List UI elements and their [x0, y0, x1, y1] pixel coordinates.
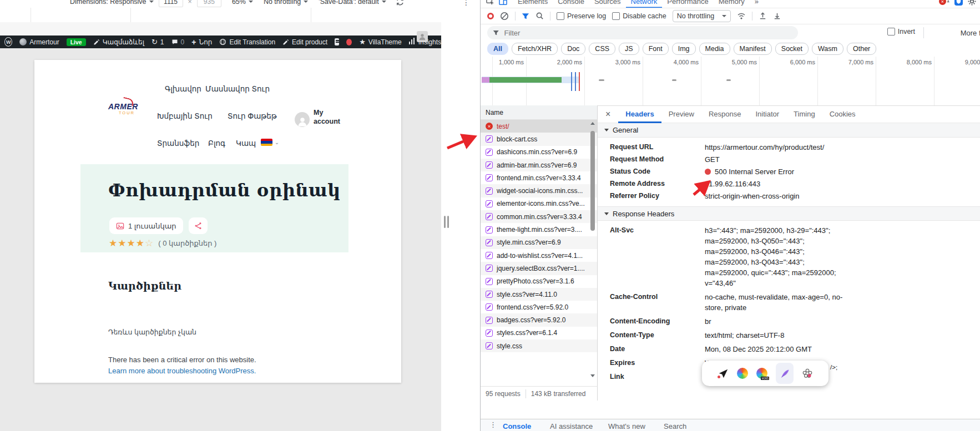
request-row[interactable]: elementor-icons.min.css?ve... — [481, 197, 597, 210]
dimensions-dropdown[interactable]: Dimensions: Responsive — [70, 0, 154, 6]
general-section-header[interactable]: General — [598, 123, 980, 138]
photos-badge[interactable]: 1 լուսանկար — [109, 217, 183, 234]
nav-group-tour[interactable]: Խմբային Տուր — [157, 111, 213, 120]
wordpress-logo-icon[interactable]: W — [4, 37, 12, 47]
search-icon[interactable] — [536, 12, 544, 20]
scroll-up-icon[interactable] — [590, 122, 595, 125]
troubleshooting-link[interactable]: Learn more about troubleshooting WordPre… — [108, 367, 256, 375]
drawer-tab-console[interactable]: Console — [503, 422, 531, 430]
nav-tour-package[interactable]: Տուր Փաթեթ — [228, 111, 277, 120]
throttling-select[interactable]: No throttling — [673, 10, 731, 22]
admin-bar-updates[interactable]: ↻ 1 — [151, 38, 164, 46]
tab-memory[interactable]: Memory — [714, 0, 750, 8]
request-row[interactable]: block-cart.css — [481, 133, 597, 145]
more-tabs-chevron[interactable]: » — [750, 0, 764, 8]
export-har-icon[interactable] — [773, 12, 781, 20]
requests-table-header[interactable]: Name — [481, 105, 598, 120]
more-filters-button[interactable]: More filters — [961, 29, 980, 37]
settings-gear-icon[interactable] — [968, 0, 976, 6]
request-row[interactable]: style.css — [481, 339, 597, 352]
nav-contact[interactable]: Կապ — [236, 139, 256, 148]
request-row[interactable]: frontend.min.css?ver=3.33.4 — [481, 171, 597, 184]
chip-font[interactable]: Font — [643, 43, 669, 55]
zoom-dropdown[interactable]: 65% — [232, 0, 253, 6]
chip-css[interactable]: CSS — [589, 43, 615, 55]
drawer-tab-search[interactable]: Search — [664, 422, 686, 430]
chip-fetch-xhr[interactable]: Fetch/XHR — [512, 43, 558, 55]
request-row[interactable]: styles.css?ver=6.1.4 — [481, 327, 597, 339]
splitter-grip-icon[interactable] — [444, 216, 446, 228]
copilot-m365-icon[interactable]: M365 — [756, 368, 767, 379]
requests-scrollbar[interactable] — [589, 120, 596, 386]
account-avatar[interactable] — [295, 112, 310, 127]
tab-timing[interactable]: Timing — [786, 105, 822, 123]
admin-bar-customize[interactable]: Կազմաձևել — [93, 38, 144, 46]
drawer-menu-icon[interactable]: ⋮ — [489, 421, 497, 428]
request-row[interactable]: common.min.css?ver=3.33.4 — [481, 210, 597, 223]
scroll-down-icon[interactable] — [590, 374, 595, 377]
request-row[interactable]: theme-light.min.css?ver=3.... — [481, 223, 597, 236]
preserve-log-checkbox[interactable]: Preserve log — [557, 12, 606, 20]
chip-doc[interactable]: Doc — [561, 43, 585, 55]
record-network-log-icon[interactable] — [487, 13, 494, 19]
request-row[interactable]: prettyPhoto.css?ver=3.1.6 — [481, 275, 597, 288]
device-toolbar-menu-icon[interactable]: ⋮ — [462, 0, 470, 6]
chip-all[interactable]: All — [487, 43, 508, 55]
copilot-icon[interactable] — [737, 368, 748, 379]
throttling-dropdown[interactable]: No throttling — [264, 0, 308, 6]
close-icon[interactable]: × — [605, 109, 610, 119]
scrollbar-thumb[interactable] — [590, 131, 595, 231]
my-account-link[interactable]: My account — [314, 109, 345, 126]
chip-media[interactable]: Media — [699, 43, 730, 55]
admin-bar-edit-product[interactable]: Edit product — [282, 38, 327, 46]
chip-img[interactable]: Img — [672, 43, 696, 55]
chip-other[interactable]: Other — [847, 43, 876, 55]
plugin-icon[interactable] — [335, 38, 339, 45]
device-toolbar-toggle-icon[interactable] — [499, 0, 507, 6]
tab-cookies[interactable]: Cookies — [822, 105, 863, 123]
nav-transfer[interactable]: Տրանսֆեր — [157, 139, 199, 148]
nav-home[interactable]: Գլխավոր — [165, 84, 201, 93]
request-row[interactable]: add-to-wishlist.css?ver=4.1... — [481, 249, 597, 262]
request-row[interactable]: style.min.css?ver=6.9 — [481, 236, 597, 249]
inspect-element-icon[interactable] — [486, 0, 494, 6]
paper-plane-icon[interactable] — [718, 368, 729, 379]
tab-headers[interactable]: Headers — [618, 105, 661, 123]
live-badge[interactable]: Live — [67, 38, 86, 46]
console-error-badge[interactable]: × 1 — [939, 0, 949, 5]
import-har-icon[interactable] — [759, 12, 767, 20]
admin-bar-villatheme[interactable]: ★ VillaTheme — [359, 38, 401, 46]
network-overview-timeline[interactable]: 1,000 ms 2,000 ms 3,000 ms 4,000 ms 5,00… — [481, 57, 980, 106]
tab-elements[interactable]: Elements — [513, 0, 553, 8]
shield-badge-icon[interactable] — [954, 0, 963, 6]
name-column-header[interactable]: Name — [486, 109, 503, 116]
splitter-grip-icon[interactable] — [447, 216, 449, 228]
tab-preview[interactable]: Preview — [661, 105, 701, 123]
request-row[interactable]: admin-bar.min.css?ver=6.9 — [481, 159, 597, 171]
site-logo[interactable]: ARMER TOUR — [108, 102, 137, 115]
chip-manifest[interactable]: Manifest — [734, 43, 772, 55]
request-row[interactable]: frontend.css?ver=5.92.0 — [481, 301, 597, 313]
request-row[interactable]: dashicons.min.css?ver=6.9 — [481, 146, 597, 159]
avatar[interactable] — [417, 31, 428, 42]
admin-bar-site[interactable]: Armertour — [19, 38, 59, 46]
chip-socket[interactable]: Socket — [775, 43, 809, 55]
tab-initiator[interactable]: Initiator — [748, 105, 786, 123]
invert-checkbox[interactable]: Invert — [887, 28, 915, 36]
tab-sources[interactable]: Sources — [589, 0, 626, 8]
nav-blog[interactable]: Բլոգ — [208, 139, 225, 148]
filter-input[interactable] — [503, 28, 793, 38]
language-switcher[interactable]: ⌄ — [261, 138, 279, 146]
viewport-width-input[interactable] — [159, 0, 183, 7]
rotate-icon[interactable] — [396, 0, 405, 6]
clear-network-log-icon[interactable] — [500, 12, 509, 21]
save-data-dropdown[interactable]: 'Save-Data': default — [319, 0, 386, 6]
admin-bar-comments[interactable]: 0 — [171, 38, 185, 46]
drawer-tab-whats-new[interactable]: What's new — [608, 422, 645, 430]
chip-js[interactable]: JS — [619, 43, 639, 55]
admin-bar-new[interactable]: + Նոր — [191, 38, 212, 47]
tab-console[interactable]: Console — [553, 0, 589, 8]
request-row[interactable]: ×test/ — [481, 120, 597, 133]
flower-icon[interactable] — [802, 368, 813, 379]
filter-funnel-icon[interactable] — [522, 12, 529, 20]
